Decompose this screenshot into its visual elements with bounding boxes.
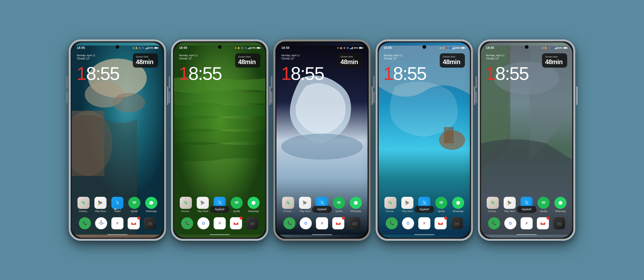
camera-hole	[320, 46, 324, 48]
svg-point-19	[100, 222, 102, 224]
svg-text:𝕏: 𝕏	[218, 200, 221, 205]
phone-1: 18:55 ⊕ 🔔 🔇 🔵 84% Monday, April 11 Cloud…	[69, 40, 166, 241]
applied-toast: Applied!	[517, 206, 536, 213]
dock-slack[interactable]: #	[213, 217, 226, 229]
bottom-dock: 📞 #	[282, 217, 362, 229]
svg-point-69	[305, 222, 306, 224]
screen-time-widget: Screen time 48min	[133, 53, 158, 68]
dock-gmail[interactable]	[332, 217, 345, 229]
dock-chrome[interactable]	[197, 217, 210, 229]
dock-chrome[interactable]	[94, 217, 108, 229]
bottom-dock: 📞 #	[77, 217, 158, 229]
dock-gmail[interactable]	[536, 217, 550, 229]
app-item-playstore[interactable]: Play Store	[400, 197, 415, 212]
svg-text:#: #	[116, 221, 118, 225]
app-item-corona[interactable]: 🦠Corona...	[485, 197, 500, 212]
dock-gmail[interactable]	[229, 217, 243, 229]
svg-point-102	[456, 223, 458, 224]
svg-text:#: #	[526, 221, 528, 225]
phones-container: 18:55 ⊕ 🔔 🔇 🔵 84% Monday, April 11 Cloud…	[55, 29, 589, 251]
phone-5: 18:55 ⊕ 🔔 🔇 🔵 84% Monday, April 11 Cloud…	[478, 40, 575, 241]
app-item-spotify[interactable]: Spotify	[127, 197, 142, 212]
dock-slack[interactable]: #	[315, 217, 329, 229]
dock-slack[interactable]: #	[111, 217, 124, 229]
dock-camera[interactable]	[246, 217, 259, 229]
dock-camera[interactable]	[348, 217, 361, 229]
phone-2: 18:55 ⊕ 🔔 🔇 🔵 84% Monday, April 11 Cloud…	[171, 40, 268, 241]
dock-chrome[interactable]	[401, 217, 415, 229]
app-item-whatsapp[interactable]: WhatsApp	[144, 197, 159, 212]
app-item-spotify[interactable]: Spotify	[434, 197, 449, 212]
svg-text:🦠: 🦠	[491, 201, 495, 205]
svg-point-26	[149, 223, 150, 224]
svg-text:📞: 📞	[83, 221, 87, 225]
dock-phone[interactable]: 📞	[283, 217, 296, 229]
dock-gmail[interactable]	[434, 217, 447, 229]
gmail-badge	[137, 216, 140, 220]
svg-point-51	[252, 223, 253, 224]
dock-chrome[interactable]	[299, 217, 312, 229]
svg-point-127	[558, 223, 560, 224]
camera-hole	[116, 46, 119, 48]
svg-point-120	[510, 222, 511, 224]
dock-camera[interactable]	[450, 217, 464, 229]
svg-point-114	[540, 199, 547, 206]
app-item-corona[interactable]: 🦠Corona...	[280, 197, 296, 212]
weather-widget: Monday, April 11 Cloudy 12°	[179, 54, 198, 60]
app-item-corona[interactable]: 🦠Corona...	[383, 197, 398, 212]
svg-text:🦠: 🦠	[82, 201, 86, 205]
svg-text:🦠: 🦠	[184, 201, 188, 205]
app-item-spotify[interactable]: Spotify	[536, 197, 551, 212]
phone-4: 18:55 ⊕ 🔔 🔇 🔵 84% Monday, April 11 Cloud…	[376, 40, 473, 241]
weather-widget: Monday, April 11 Cloudy 12°	[282, 54, 300, 60]
dock-phone[interactable]: 📞	[385, 217, 398, 229]
screen-time-widget: Screen time 48min	[542, 53, 567, 68]
dock-camera[interactable]	[143, 217, 157, 229]
weather-widget: Monday, April 11 Cloudy 12°	[486, 54, 505, 60]
dock-gmail[interactable]	[127, 217, 140, 229]
dock-camera[interactable]	[552, 217, 566, 229]
dock-slack[interactable]: #	[418, 217, 431, 229]
svg-text:𝕏: 𝕏	[422, 200, 426, 205]
big-clock: 18:55	[281, 64, 324, 83]
svg-rect-79	[444, 127, 454, 143]
app-item-spotify[interactable]: Spotify	[332, 197, 346, 212]
app-item-corona[interactable]: 🦠 Corona...	[178, 197, 193, 212]
svg-text:𝕏: 𝕏	[525, 200, 528, 205]
phone-3: 18:55 ⊕ 🔔 🔇 🔵 84% Monday, April 11 Cloud…	[273, 40, 371, 241]
svg-point-95	[407, 222, 409, 224]
app-item-whatsapp[interactable]: WhatsApp	[246, 197, 261, 212]
svg-text:🦠: 🦠	[388, 201, 392, 205]
app-item-spotify[interactable]: Spotify	[229, 197, 244, 212]
app-item-whatsapp[interactable]: WhatsApp	[553, 197, 568, 212]
camera-hole	[525, 46, 528, 48]
svg-text:𝕏: 𝕏	[320, 200, 324, 205]
app-item-whatsapp[interactable]: WhatsApp	[348, 197, 364, 212]
app-item-twitter[interactable]: 𝕏 Twitter	[110, 197, 125, 212]
home-indicator	[107, 234, 128, 235]
svg-rect-27	[149, 222, 151, 222]
app-item-playstore[interactable]: Play Store	[502, 197, 517, 212]
dock-phone[interactable]: 📞	[78, 217, 92, 229]
bottom-dock: 📞 #	[179, 217, 260, 229]
svg-point-44	[202, 222, 204, 224]
app-item-playstore[interactable]: Play Store	[298, 197, 312, 212]
svg-text:𝕏: 𝕏	[116, 200, 119, 205]
app-item-playstore[interactable]: Play Store	[195, 197, 210, 212]
big-clock: 18:55	[384, 64, 426, 83]
app-row: 🦠 Corona... Play Store 𝕏	[75, 197, 160, 212]
dock-slack[interactable]: #	[520, 217, 533, 229]
dock-chrome[interactable]	[504, 217, 517, 229]
bottom-dock: 📞 #	[384, 217, 465, 229]
svg-text:#: #	[321, 221, 323, 225]
app-item-whatsapp[interactable]: WhatsApp	[451, 197, 466, 212]
applied-toast: Applied!	[210, 206, 230, 213]
applied-toast: Applied!	[414, 206, 434, 213]
svg-point-53	[281, 134, 363, 160]
app-item-corona[interactable]: 🦠 Corona...	[76, 197, 91, 212]
dock-phone[interactable]: 📞	[487, 217, 501, 229]
app-item-playstore[interactable]: Play Store	[93, 197, 108, 212]
screen-time-widget: Screen time 48min	[235, 53, 260, 68]
dock-phone[interactable]: 📞	[180, 217, 194, 229]
svg-text:📞: 📞	[185, 221, 189, 225]
